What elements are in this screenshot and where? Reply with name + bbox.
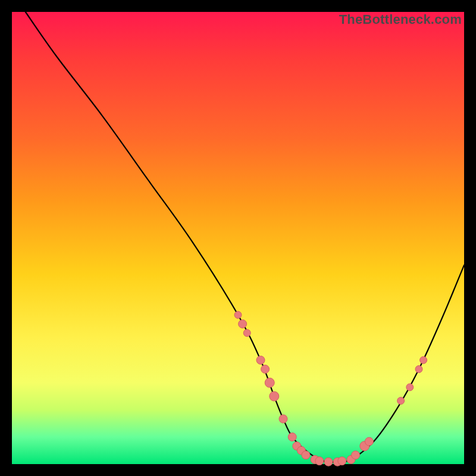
data-marker xyxy=(365,437,373,446)
data-marker xyxy=(324,458,333,466)
data-marker xyxy=(352,451,360,459)
data-marker xyxy=(415,365,422,372)
data-marker xyxy=(261,365,270,373)
data-marker xyxy=(270,392,279,401)
data-marker xyxy=(397,397,405,405)
chart-frame: TheBottleneck.com xyxy=(12,12,464,464)
data-marker xyxy=(338,457,346,465)
data-marker xyxy=(302,451,310,459)
chart-overlay xyxy=(12,12,464,464)
bottleneck-curve xyxy=(26,12,464,462)
data-marker xyxy=(406,384,414,391)
data-marker xyxy=(243,330,250,337)
data-marker xyxy=(234,311,242,318)
data-markers xyxy=(234,311,427,466)
data-marker xyxy=(288,433,296,441)
data-marker xyxy=(420,356,427,364)
data-marker xyxy=(256,356,265,364)
data-marker xyxy=(265,378,274,387)
data-marker xyxy=(239,320,247,328)
data-marker xyxy=(279,415,287,423)
data-marker xyxy=(315,457,324,465)
